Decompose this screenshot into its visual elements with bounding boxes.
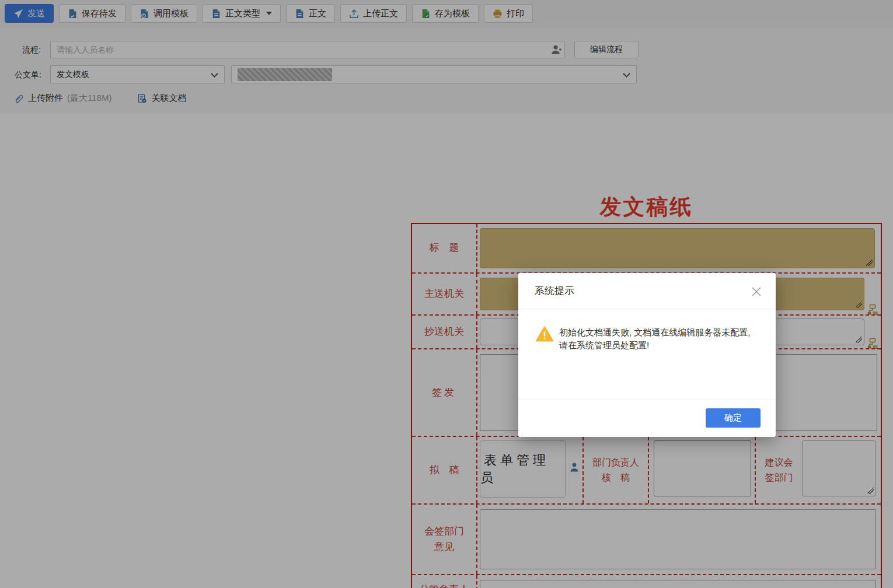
dialog-title: 系统提示 (535, 284, 574, 298)
dialog-message-line2: 请在系统管理员处配置! (559, 339, 762, 352)
system-dialog: 系统提示 初始化文档通失败, 文档通在线编辑服务器未配置, 请在系统管理员处配置… (518, 273, 776, 437)
dialog-message: 初始化文档通失败, 文档通在线编辑服务器未配置, 请在系统管理员处配置! (559, 326, 762, 352)
dialog-body: 初始化文档通失败, 文档通在线编辑服务器未配置, 请在系统管理员处配置! (518, 310, 776, 400)
ok-button[interactable]: 确定 (706, 408, 761, 428)
warning-triangle-icon (536, 326, 553, 342)
dialog-message-line1: 初始化文档通失败, 文档通在线编辑服务器未配置, (559, 326, 762, 339)
close-icon[interactable] (750, 285, 763, 298)
dialog-footer: 确定 (518, 400, 776, 437)
ekp-dispatch-page: 发送 保存待发 调用模板 正文类型 正文 (0, 0, 893, 588)
dialog-header: 系统提示 (518, 273, 776, 309)
